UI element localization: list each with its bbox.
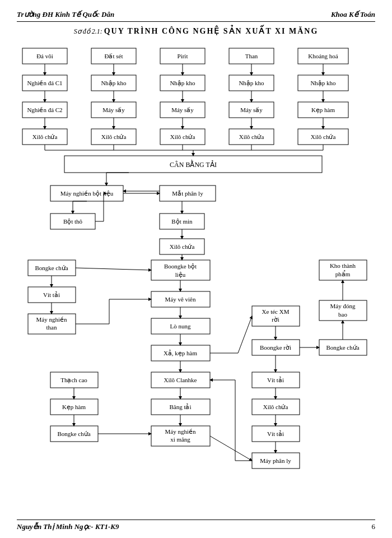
footer-author: Nguyễn Thị Minh Ngọc- KT1-K9 bbox=[17, 522, 119, 531]
svg-text:than: than bbox=[46, 324, 57, 331]
svg-text:Nghiền đá C1: Nghiền đá C1 bbox=[27, 80, 62, 86]
svg-line-151 bbox=[210, 436, 252, 461]
page-number: 6 bbox=[372, 522, 376, 531]
svg-text:Xilô chứa: Xilô chứa bbox=[263, 404, 288, 410]
svg-text:Nhập kho: Nhập kho bbox=[170, 80, 195, 87]
svg-text:Máy sấy: Máy sấy bbox=[240, 106, 263, 113]
svg-text:Mắt phân ly: Mắt phân ly bbox=[172, 190, 203, 197]
title-sub: Sơ đồ 2.1: bbox=[74, 27, 102, 35]
svg-text:Kẹp hàm: Kẹp hàm bbox=[311, 106, 335, 114]
svg-text:Máy vê viên: Máy vê viên bbox=[165, 296, 196, 303]
footer: Nguyễn Thị Minh Ngọc- KT1-K9 6 bbox=[17, 520, 375, 531]
svg-text:Đá vôi: Đá vôi bbox=[36, 53, 53, 59]
svg-text:Xả, kẹp hàm: Xả, kẹp hàm bbox=[164, 350, 198, 357]
svg-text:Bongke chứa: Bongke chứa bbox=[326, 344, 359, 351]
svg-text:Đất sét: Đất sét bbox=[105, 53, 123, 59]
svg-text:Vít tải: Vít tải bbox=[267, 430, 284, 437]
svg-text:Boongke bột: Boongke bột bbox=[164, 263, 197, 270]
svg-text:Xilô chứa: Xilô chứa bbox=[101, 133, 127, 140]
svg-text:Nghiền đá C2: Nghiền đá C2 bbox=[27, 106, 62, 113]
svg-text:phẩm: phẩm bbox=[335, 270, 351, 277]
svg-text:Bột min: Bột min bbox=[171, 218, 193, 225]
svg-text:Xe téc XM: Xe téc XM bbox=[262, 308, 290, 315]
svg-text:Máy đóng: Máy đóng bbox=[330, 303, 356, 309]
svg-text:Máy phân ly: Máy phân ly bbox=[260, 457, 291, 464]
svg-text:Lò nung: Lò nung bbox=[170, 323, 191, 330]
svg-text:Xilô chứa: Xilô chứa bbox=[239, 133, 264, 140]
title-area: Sơ đồ 2.1: QUY TRÌNH CÔNG NGHỆ SẢN XUẤT … bbox=[17, 26, 375, 36]
svg-text:Kho thành: Kho thành bbox=[330, 262, 356, 269]
svg-line-136 bbox=[76, 268, 151, 270]
svg-text:Bongke chứa: Bongke chứa bbox=[57, 430, 90, 437]
svg-text:Xilô chứa: Xilô chứa bbox=[32, 133, 58, 140]
svg-text:rời: rời bbox=[272, 316, 279, 323]
svg-text:Băng tải: Băng tải bbox=[169, 404, 191, 410]
diagram: Đá vôi Đất sét Pirit Than Khoáng hoá Ngh… bbox=[17, 43, 375, 521]
svg-text:Xilô chứa: Xilô chứa bbox=[170, 133, 195, 140]
svg-text:Boongke rời: Boongke rời bbox=[260, 344, 291, 351]
svg-text:Pirit: Pirit bbox=[178, 53, 188, 59]
svg-text:Bongke chứa: Bongke chứa bbox=[35, 265, 68, 271]
svg-text:Xilô chứa: Xilô chứa bbox=[170, 243, 195, 250]
svg-text:Khoáng hoá: Khoáng hoá bbox=[308, 53, 338, 59]
svg-text:Nhập kho: Nhập kho bbox=[101, 80, 127, 87]
svg-text:Vít tải: Vít tải bbox=[267, 377, 284, 383]
svg-text:xi măng: xi măng bbox=[170, 436, 190, 443]
svg-text:CÂN BẰNG TẢI: CÂN BẰNG TẢI bbox=[170, 160, 217, 169]
svg-line-153 bbox=[238, 316, 252, 353]
header: Trường ĐH Kinh Tế Quốc Dân Khoa Kế Toán bbox=[17, 10, 375, 22]
svg-text:liệu: liệu bbox=[175, 271, 186, 279]
svg-text:Xilô chứa: Xilô chứa bbox=[311, 133, 336, 140]
svg-text:Bột thô: Bột thô bbox=[63, 218, 83, 225]
svg-text:Máy sấy: Máy sấy bbox=[171, 106, 194, 113]
header-right: Khoa Kế Toán bbox=[331, 10, 375, 19]
svg-text:Kẹp hàm: Kẹp hàm bbox=[62, 404, 86, 411]
svg-text:Máy nghiền: Máy nghiền bbox=[165, 428, 196, 435]
svg-text:Nhập kho: Nhập kho bbox=[239, 80, 264, 87]
title-main: QUY TRÌNH CÔNG NGHỆ SẢN XUẤT XI MĂNG bbox=[104, 27, 319, 35]
svg-text:Máy sấy: Máy sấy bbox=[102, 106, 125, 113]
svg-text:Thạch cao: Thạch cao bbox=[60, 377, 87, 384]
svg-text:Than: Than bbox=[245, 53, 258, 59]
header-left: Trường ĐH Kinh Tế Quốc Dân bbox=[17, 10, 114, 19]
svg-text:Vít tải: Vít tải bbox=[43, 291, 60, 298]
svg-text:Xilô Clanhke: Xilô Clanhke bbox=[164, 377, 197, 383]
svg-text:bao: bao bbox=[338, 311, 347, 318]
svg-text:Máy nghiền: Máy nghiền bbox=[36, 316, 67, 323]
page: Trường ĐH Kinh Tế Quốc Dân Khoa Kế Toán … bbox=[0, 0, 392, 538]
svg-text:Nhập kho: Nhập kho bbox=[310, 80, 336, 87]
